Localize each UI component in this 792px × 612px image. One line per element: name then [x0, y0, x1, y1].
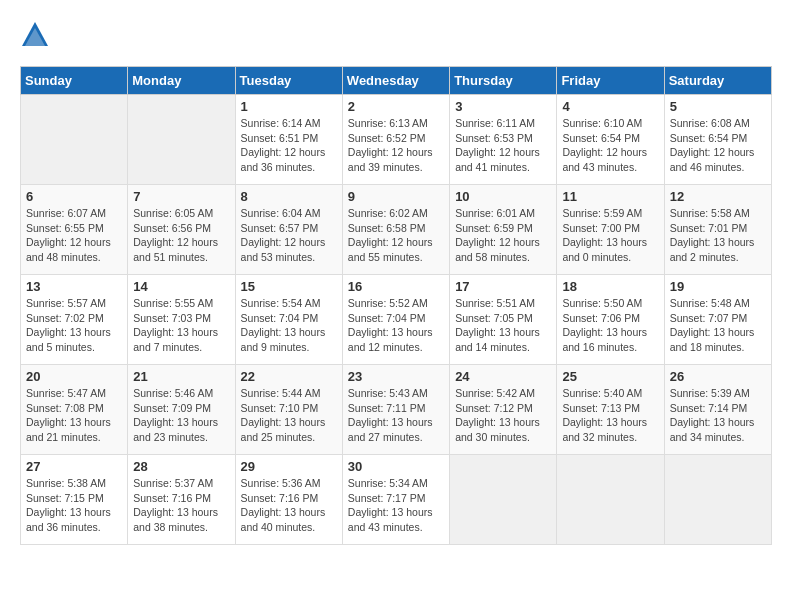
calendar-cell: 24Sunrise: 5:42 AM Sunset: 7:12 PM Dayli… [450, 365, 557, 455]
calendar-cell: 11Sunrise: 5:59 AM Sunset: 7:00 PM Dayli… [557, 185, 664, 275]
day-info: Sunrise: 5:42 AM Sunset: 7:12 PM Dayligh… [455, 386, 551, 445]
day-number: 4 [562, 99, 658, 114]
header-day-friday: Friday [557, 67, 664, 95]
calendar-cell: 2Sunrise: 6:13 AM Sunset: 6:52 PM Daylig… [342, 95, 449, 185]
day-info: Sunrise: 5:59 AM Sunset: 7:00 PM Dayligh… [562, 206, 658, 265]
calendar-cell: 8Sunrise: 6:04 AM Sunset: 6:57 PM Daylig… [235, 185, 342, 275]
calendar-cell [557, 455, 664, 545]
day-info: Sunrise: 5:38 AM Sunset: 7:15 PM Dayligh… [26, 476, 122, 535]
calendar-cell: 25Sunrise: 5:40 AM Sunset: 7:13 PM Dayli… [557, 365, 664, 455]
calendar-cell [450, 455, 557, 545]
calendar-cell: 22Sunrise: 5:44 AM Sunset: 7:10 PM Dayli… [235, 365, 342, 455]
day-number: 3 [455, 99, 551, 114]
calendar-cell: 9Sunrise: 6:02 AM Sunset: 6:58 PM Daylig… [342, 185, 449, 275]
day-info: Sunrise: 5:44 AM Sunset: 7:10 PM Dayligh… [241, 386, 337, 445]
day-info: Sunrise: 6:05 AM Sunset: 6:56 PM Dayligh… [133, 206, 229, 265]
calendar-week-row: 20Sunrise: 5:47 AM Sunset: 7:08 PM Dayli… [21, 365, 772, 455]
calendar-week-row: 27Sunrise: 5:38 AM Sunset: 7:15 PM Dayli… [21, 455, 772, 545]
calendar-cell: 26Sunrise: 5:39 AM Sunset: 7:14 PM Dayli… [664, 365, 771, 455]
day-number: 29 [241, 459, 337, 474]
header-day-tuesday: Tuesday [235, 67, 342, 95]
day-number: 20 [26, 369, 122, 384]
calendar-cell: 19Sunrise: 5:48 AM Sunset: 7:07 PM Dayli… [664, 275, 771, 365]
day-number: 22 [241, 369, 337, 384]
day-number: 24 [455, 369, 551, 384]
day-info: Sunrise: 6:07 AM Sunset: 6:55 PM Dayligh… [26, 206, 122, 265]
calendar-header-row: SundayMondayTuesdayWednesdayThursdayFrid… [21, 67, 772, 95]
header-day-monday: Monday [128, 67, 235, 95]
day-number: 14 [133, 279, 229, 294]
calendar-cell: 29Sunrise: 5:36 AM Sunset: 7:16 PM Dayli… [235, 455, 342, 545]
day-info: Sunrise: 5:51 AM Sunset: 7:05 PM Dayligh… [455, 296, 551, 355]
calendar-cell: 18Sunrise: 5:50 AM Sunset: 7:06 PM Dayli… [557, 275, 664, 365]
day-info: Sunrise: 5:54 AM Sunset: 7:04 PM Dayligh… [241, 296, 337, 355]
day-number: 30 [348, 459, 444, 474]
day-info: Sunrise: 6:04 AM Sunset: 6:57 PM Dayligh… [241, 206, 337, 265]
calendar-week-row: 13Sunrise: 5:57 AM Sunset: 7:02 PM Dayli… [21, 275, 772, 365]
calendar-cell: 12Sunrise: 5:58 AM Sunset: 7:01 PM Dayli… [664, 185, 771, 275]
header-day-sunday: Sunday [21, 67, 128, 95]
calendar-week-row: 1Sunrise: 6:14 AM Sunset: 6:51 PM Daylig… [21, 95, 772, 185]
calendar-table: SundayMondayTuesdayWednesdayThursdayFrid… [20, 66, 772, 545]
calendar-cell: 14Sunrise: 5:55 AM Sunset: 7:03 PM Dayli… [128, 275, 235, 365]
calendar-cell: 10Sunrise: 6:01 AM Sunset: 6:59 PM Dayli… [450, 185, 557, 275]
day-info: Sunrise: 6:13 AM Sunset: 6:52 PM Dayligh… [348, 116, 444, 175]
day-number: 16 [348, 279, 444, 294]
day-number: 10 [455, 189, 551, 204]
calendar-cell: 15Sunrise: 5:54 AM Sunset: 7:04 PM Dayli… [235, 275, 342, 365]
calendar-cell: 17Sunrise: 5:51 AM Sunset: 7:05 PM Dayli… [450, 275, 557, 365]
day-info: Sunrise: 6:01 AM Sunset: 6:59 PM Dayligh… [455, 206, 551, 265]
calendar-cell: 6Sunrise: 6:07 AM Sunset: 6:55 PM Daylig… [21, 185, 128, 275]
calendar-cell: 20Sunrise: 5:47 AM Sunset: 7:08 PM Dayli… [21, 365, 128, 455]
day-number: 27 [26, 459, 122, 474]
day-info: Sunrise: 6:10 AM Sunset: 6:54 PM Dayligh… [562, 116, 658, 175]
calendar-cell: 27Sunrise: 5:38 AM Sunset: 7:15 PM Dayli… [21, 455, 128, 545]
day-number: 13 [26, 279, 122, 294]
day-info: Sunrise: 5:40 AM Sunset: 7:13 PM Dayligh… [562, 386, 658, 445]
day-number: 15 [241, 279, 337, 294]
logo [20, 20, 54, 50]
day-info: Sunrise: 5:52 AM Sunset: 7:04 PM Dayligh… [348, 296, 444, 355]
day-info: Sunrise: 5:48 AM Sunset: 7:07 PM Dayligh… [670, 296, 766, 355]
day-number: 9 [348, 189, 444, 204]
day-number: 6 [26, 189, 122, 204]
day-info: Sunrise: 5:37 AM Sunset: 7:16 PM Dayligh… [133, 476, 229, 535]
day-info: Sunrise: 5:57 AM Sunset: 7:02 PM Dayligh… [26, 296, 122, 355]
day-info: Sunrise: 5:34 AM Sunset: 7:17 PM Dayligh… [348, 476, 444, 535]
calendar-cell: 5Sunrise: 6:08 AM Sunset: 6:54 PM Daylig… [664, 95, 771, 185]
header-day-saturday: Saturday [664, 67, 771, 95]
day-info: Sunrise: 6:08 AM Sunset: 6:54 PM Dayligh… [670, 116, 766, 175]
day-number: 2 [348, 99, 444, 114]
day-number: 19 [670, 279, 766, 294]
day-number: 25 [562, 369, 658, 384]
calendar-cell: 30Sunrise: 5:34 AM Sunset: 7:17 PM Dayli… [342, 455, 449, 545]
calendar-cell: 21Sunrise: 5:46 AM Sunset: 7:09 PM Dayli… [128, 365, 235, 455]
day-info: Sunrise: 6:02 AM Sunset: 6:58 PM Dayligh… [348, 206, 444, 265]
day-number: 18 [562, 279, 658, 294]
header-day-thursday: Thursday [450, 67, 557, 95]
calendar-cell: 13Sunrise: 5:57 AM Sunset: 7:02 PM Dayli… [21, 275, 128, 365]
day-number: 26 [670, 369, 766, 384]
day-number: 11 [562, 189, 658, 204]
calendar-cell: 4Sunrise: 6:10 AM Sunset: 6:54 PM Daylig… [557, 95, 664, 185]
calendar-cell [664, 455, 771, 545]
calendar-cell: 7Sunrise: 6:05 AM Sunset: 6:56 PM Daylig… [128, 185, 235, 275]
day-info: Sunrise: 6:14 AM Sunset: 6:51 PM Dayligh… [241, 116, 337, 175]
page-header [20, 20, 772, 50]
calendar-cell [21, 95, 128, 185]
day-info: Sunrise: 5:50 AM Sunset: 7:06 PM Dayligh… [562, 296, 658, 355]
day-number: 7 [133, 189, 229, 204]
day-number: 12 [670, 189, 766, 204]
day-info: Sunrise: 5:39 AM Sunset: 7:14 PM Dayligh… [670, 386, 766, 445]
calendar-cell: 16Sunrise: 5:52 AM Sunset: 7:04 PM Dayli… [342, 275, 449, 365]
calendar-week-row: 6Sunrise: 6:07 AM Sunset: 6:55 PM Daylig… [21, 185, 772, 275]
day-info: Sunrise: 5:46 AM Sunset: 7:09 PM Dayligh… [133, 386, 229, 445]
day-number: 17 [455, 279, 551, 294]
calendar-cell [128, 95, 235, 185]
day-number: 21 [133, 369, 229, 384]
calendar-cell: 3Sunrise: 6:11 AM Sunset: 6:53 PM Daylig… [450, 95, 557, 185]
day-number: 8 [241, 189, 337, 204]
day-number: 23 [348, 369, 444, 384]
day-info: Sunrise: 5:36 AM Sunset: 7:16 PM Dayligh… [241, 476, 337, 535]
calendar-cell: 28Sunrise: 5:37 AM Sunset: 7:16 PM Dayli… [128, 455, 235, 545]
